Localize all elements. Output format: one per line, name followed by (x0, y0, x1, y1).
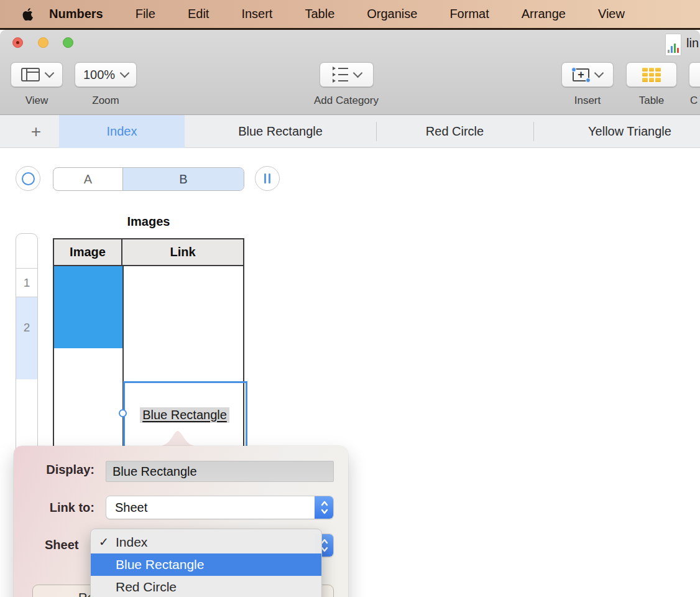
chevron-down-icon (120, 68, 130, 78)
menu-item-arrange[interactable]: Arrange (505, 7, 582, 21)
apple-menu[interactable] (22, 8, 33, 21)
display-field[interactable]: Blue Rectangle (106, 461, 334, 482)
row-number-2[interactable]: 2 (16, 297, 37, 379)
menu-item-insert[interactable]: Insert (225, 7, 288, 21)
document-icon (665, 34, 681, 56)
link-to-popup[interactable]: Sheet (106, 496, 334, 519)
menu-item-table[interactable]: Table (288, 7, 351, 21)
chevron-down-icon (352, 68, 362, 78)
menu-item-edit[interactable]: Edit (172, 7, 225, 21)
column-bars-icon (264, 174, 270, 183)
close-button[interactable] (12, 37, 23, 48)
document-title: lin (686, 36, 699, 50)
column-header-bar: A B (53, 167, 244, 191)
table-button[interactable] (626, 62, 677, 87)
row-header-segment[interactable] (16, 234, 37, 269)
tab-blue-rectangle[interactable]: Blue Rectangle (185, 115, 376, 148)
display-label: Display: (14, 463, 94, 477)
insert-button-label: Insert (561, 95, 614, 107)
view-button-label: View (11, 95, 63, 107)
popup-stepper-icon (315, 496, 334, 519)
header-cell-image[interactable]: Image (54, 239, 122, 265)
insert-plus-icon: + (573, 68, 589, 81)
menu-item-format[interactable]: Format (433, 7, 505, 21)
chevron-down-icon (594, 68, 604, 78)
menu-item-numbers[interactable]: Numbers (33, 7, 119, 21)
menu-item-view[interactable]: View (582, 7, 641, 21)
add-sheet-button[interactable]: + (25, 115, 47, 148)
table-select-handle[interactable] (16, 166, 40, 191)
checkmark-icon: ✓ (99, 531, 113, 553)
add-category-label: Add Category (295, 95, 398, 107)
circle-ring-icon (22, 172, 35, 185)
view-panes-icon (21, 68, 40, 81)
blue-rectangle-image-cell[interactable] (54, 266, 122, 348)
link-to-value: Sheet (115, 501, 147, 514)
menu-item-organise[interactable]: Organise (351, 7, 433, 21)
menu-item-file[interactable]: File (119, 7, 172, 21)
zoom-window-button[interactable] (63, 37, 73, 48)
zoom-button[interactable]: 100% (75, 62, 137, 87)
minimize-button[interactable] (38, 37, 48, 48)
column-header-b[interactable]: B (123, 168, 244, 190)
menu-option-index[interactable]: ✓ Index (91, 531, 321, 553)
chart-button-label-partial: C (690, 95, 700, 107)
screen: Numbers File Edit Insert Table Organise … (0, 0, 700, 597)
insert-button[interactable]: + (561, 62, 614, 87)
menu-option-blue-rectangle[interactable]: Blue Rectangle (91, 553, 321, 576)
category-list-icon (333, 67, 348, 83)
view-button[interactable] (11, 62, 63, 87)
row-number-1[interactable]: 1 (16, 269, 37, 297)
zoom-value: 100% (83, 68, 115, 82)
column-header-a[interactable]: A (53, 168, 123, 190)
link-editor-popover: Display: Blue Rectangle Link to: Sheet S… (14, 446, 348, 597)
numbers-window: lin 100% + (0, 30, 700, 597)
tab-index[interactable]: Index (59, 115, 185, 148)
header-cell-link[interactable]: Link (122, 239, 243, 265)
toolbar: lin 100% + (0, 30, 700, 115)
zoom-button-label: Zoom (75, 95, 137, 107)
tab-red-circle[interactable]: Red Circle (376, 115, 533, 148)
add-column-handle[interactable] (255, 166, 280, 191)
menu-bar: Numbers File Edit Insert Table Organise … (0, 0, 700, 28)
cell-selection-handle[interactable] (119, 409, 127, 417)
table-header-row: Image Link (54, 239, 243, 266)
menu-option-red-circle[interactable]: Red Circle (91, 576, 321, 597)
table-grid-icon (642, 67, 661, 83)
tab-yellow-triangle[interactable]: Yellow Triangle (533, 115, 700, 148)
sheet-label: Sheet (45, 538, 78, 552)
sheet-canvas: A B Images 1 2 5 Image Link (0, 148, 700, 597)
chart-button-partial[interactable] (689, 62, 700, 87)
chevron-down-icon (44, 68, 54, 78)
link-to-label: Link to: (14, 501, 94, 515)
apple-icon (22, 8, 33, 21)
add-category-button[interactable] (320, 62, 374, 87)
table-title[interactable]: Images (53, 215, 244, 229)
table-button-label: Table (626, 95, 677, 107)
sheet-dropdown-menu: ✓ Index Blue Rectangle Red Circle Yellow… (90, 529, 322, 597)
sheet-tab-bar: + Index Blue Rectangle Red Circle Yellow… (0, 115, 700, 148)
